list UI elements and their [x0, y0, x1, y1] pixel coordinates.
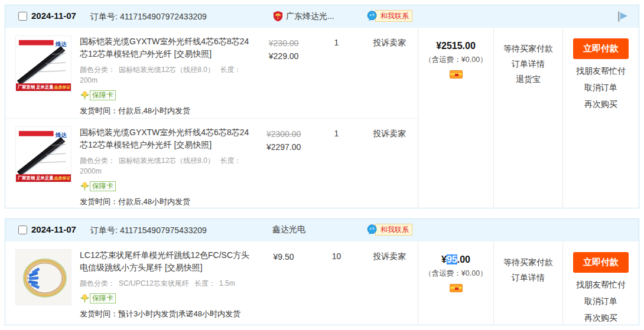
seller-name: 鑫达光电 [272, 224, 305, 235]
guarantee-flower-icon [80, 181, 90, 191]
order-total-amount: ¥2515.00 [418, 41, 493, 51]
svg-text:品质保证: 品质保证 [54, 176, 71, 181]
sku-color-value: SC/UPC12芯束状尾纤 [119, 279, 189, 287]
order-date: 2024-11-07 [31, 11, 76, 21]
product-title[interactable]: 国标铠装光缆GYXTW室外光纤线4芯6芯8芯24芯12芯单模轻铠户外光纤 [交易… [80, 35, 256, 60]
order-detail-link[interactable]: 订单详情 [494, 56, 562, 71]
flag-mark-icon[interactable] [616, 10, 629, 23]
sku-color-label: 颜色分类： [80, 156, 115, 165]
quantity-cell: 1 [311, 126, 361, 208]
order-actions-column: 立即付款 找朋友帮忙付 取消订单 再次购买 [562, 28, 639, 208]
complain-cell: 投诉卖家 [362, 249, 418, 325]
product-info: 国标铠装光缆GYXTW室外光纤线4芯6芯8芯24芯12芯单模轻铠户外光纤 [交易… [80, 35, 256, 118]
buy-again-link[interactable]: 再次购买 [563, 96, 639, 112]
total-amount-suffix: .00 [457, 254, 470, 264]
price-cell: ¥9.50 [256, 249, 311, 325]
shipping-time-value: 预计3小时内发货|承诺48小时内发货 [118, 309, 240, 318]
buy-again-link[interactable]: 再次购买 [563, 309, 639, 326]
product-info: LC12芯束状尾纤单模光纤跳线12色FC/SC方头电信级跳线小方头尾纤 [交易快… [80, 249, 256, 325]
order-total-column: ¥95.00 （含运费：¥0.00） [418, 241, 493, 325]
shipping-time-value: 付款后,48小时内发货 [118, 106, 190, 115]
order-item-row: LC12芯束状尾纤单模光纤跳线12色FC/SC方头电信级跳线小方头尾纤 [交易快… [5, 241, 418, 325]
total-amount-prefix: ¥ [441, 254, 447, 264]
guarantee-badge: 保障卡 [80, 293, 256, 303]
product-title[interactable]: LC12芯束状尾纤单模光纤跳线12色FC/SC方头电信级跳线小方头尾纤 [交易快… [80, 249, 256, 274]
guarantee-badge-label: 保障卡 [90, 293, 116, 303]
seller-name: 广东烽达光... [286, 11, 334, 22]
guarantee-flower-icon [80, 293, 90, 303]
return-treasure-link[interactable]: 退货宝 [494, 71, 562, 87]
price-current: ¥229.00 [256, 50, 311, 63]
order-status-column: 等待买家付款 订单详情 退货宝 [493, 28, 562, 208]
seller-link[interactable]: 广东烽达光... [272, 11, 334, 22]
sku-color-label: 颜色分类： [80, 279, 115, 287]
price-original: ¥2300.00 [256, 128, 311, 141]
order-card: 2024-11-07 订单号:4117154907975433209 鑫达光电 … [5, 218, 639, 325]
cancel-order-link[interactable]: 取消订单 [563, 293, 639, 309]
sku-length-value: 1.5m [219, 279, 235, 287]
contact-me-label: 和我联系 [375, 10, 412, 22]
order-actions-column: 立即付款 找朋友帮忙付 取消订单 再次购买 [562, 241, 639, 325]
order-body: LC12芯束状尾纤单模光纤跳线12色FC/SC方头电信级跳线小方头尾纤 [交易快… [5, 241, 639, 325]
contact-me-badge[interactable]: 和我联系 [367, 10, 412, 22]
wangwang-chat-icon [367, 11, 378, 21]
complain-seller-link[interactable]: 投诉卖家 [373, 129, 406, 138]
shipping-time: 发货时间：预计3小时内发货|承诺48小时内发货 [80, 309, 256, 319]
svg-text:品质保证: 品质保证 [54, 85, 71, 90]
product-sku: 颜色分类：国标铠装光缆12芯（线径8.0） 长度：2000m [80, 155, 256, 177]
friend-help-pay-link[interactable]: 找朋友帮忙付 [563, 63, 639, 79]
order-total-amount: ¥95.00 [418, 254, 493, 265]
order-date: 2024-11-07 [31, 224, 76, 234]
order-card: 2024-11-07 订单号:4117154907972433209 广东烽达光… [5, 5, 639, 208]
seller-link[interactable]: 鑫达光电 [272, 224, 305, 235]
product-info: 国标铠装光缆GYXTW室外光纤线4芯6芯8芯24芯12芯单模轻铠户外光纤 [交易… [80, 126, 256, 208]
price-current: ¥2297.00 [256, 141, 311, 153]
payment-card-icon [450, 70, 463, 79]
pay-now-button[interactable]: 立即付款 [573, 252, 629, 273]
product-image[interactable]: 烽达 厂家直销 足米足量 品质保证 [15, 126, 71, 182]
guarantee-badge: 保障卡 [80, 181, 256, 191]
contact-me-badge[interactable]: 和我联系 [367, 224, 412, 236]
product-sku: 颜色分类：SC/UPC12芯束状尾纤 长度：1.5m [80, 278, 256, 289]
order-select-checkbox[interactable] [18, 12, 27, 21]
guarantee-badge: 保障卡 [80, 90, 256, 100]
order-header: 2024-11-07 订单号:4117154907975433209 鑫达光电 … [5, 219, 639, 241]
sku-color-label: 颜色分类： [80, 66, 115, 74]
order-select-checkbox[interactable] [18, 226, 27, 234]
cable-product-photo: 烽达 厂家直销 足米足量 品质保证 [16, 36, 71, 91]
svg-text:烽达: 烽达 [55, 132, 67, 138]
cancel-order-link[interactable]: 取消订单 [563, 79, 639, 96]
svg-text:厂家直销 足米足量: 厂家直销 足米足量 [17, 175, 54, 181]
quantity-cell: 1 [311, 35, 361, 118]
product-image[interactable]: 烽达 厂家直销 足米足量 品质保证 [15, 35, 71, 92]
pay-now-button[interactable]: 立即付款 [573, 38, 629, 59]
order-detail-link[interactable]: 订单详情 [494, 270, 562, 285]
complain-cell: 投诉卖家 [362, 35, 418, 118]
complain-seller-link[interactable]: 投诉卖家 [373, 38, 406, 47]
pigtail-product-photo [16, 250, 71, 305]
cable-product-photo: 烽达 厂家直销 足米足量 品质保证 [16, 127, 71, 182]
consumer-protection-shield-icon [272, 11, 284, 22]
order-number: 订单号:4117154907972433209 [90, 12, 207, 22]
shipping-fee-note: （含运费：¥0.00） [418, 269, 493, 279]
friend-help-pay-link[interactable]: 找朋友帮忙付 [563, 276, 639, 293]
order-item-row: 烽达 厂家直销 足米足量 品质保证 国标 [5, 118, 418, 208]
items-column: LC12芯束状尾纤单模光纤跳线12色FC/SC方头电信级跳线小方头尾纤 [交易快… [5, 241, 418, 325]
shipping-time-label: 发货时间： [80, 309, 118, 318]
sku-color-value: 国标铠装光缆12芯（线径8.0） [119, 66, 214, 74]
product-sku: 颜色分类：国标铠装光缆12芯（线径8.0） 长度：200m [80, 64, 256, 86]
order-status-column: 等待买家付款 订单详情 [493, 241, 562, 325]
product-title[interactable]: 国标铠装光缆GYXTW室外光纤线4芯6芯8芯24芯12芯单模轻铠户外光纤 [交易… [80, 126, 256, 151]
shipping-time-label: 发货时间： [80, 106, 118, 115]
sku-length-label: 长度： [194, 279, 216, 287]
complain-cell: 投诉卖家 [362, 126, 418, 208]
complain-seller-link[interactable]: 投诉卖家 [373, 251, 406, 261]
shipping-time-value: 付款后,48小时内发货 [118, 197, 190, 206]
order-item-row: 烽达 厂家直销 足米足量 品质保证 国标 [5, 28, 418, 118]
order-list-page: 2024-11-07 订单号:4117154907972433209 广东烽达光… [0, 0, 644, 330]
order-status-text: 等待买家付款 [494, 41, 562, 56]
quantity-cell: 10 [311, 249, 361, 325]
total-amount-prefix: ¥2515.00 [436, 41, 476, 51]
product-image[interactable] [15, 249, 71, 305]
wangwang-chat-icon [367, 224, 378, 235]
